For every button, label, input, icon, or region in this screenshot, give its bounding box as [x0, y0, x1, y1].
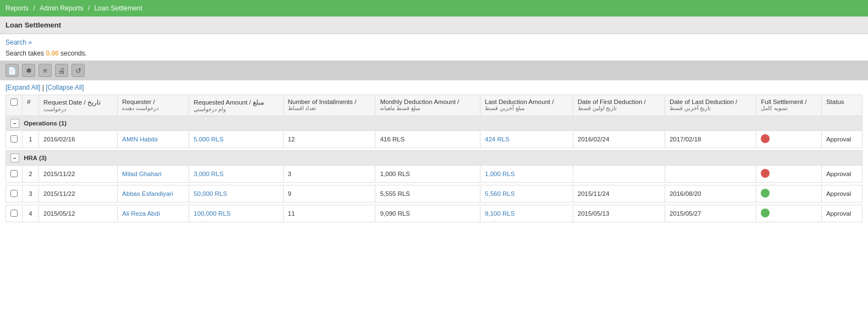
row-full-settlement	[756, 185, 822, 202]
collapse-icon[interactable]: −	[10, 119, 19, 128]
row-requester: Ali Reza Abdi	[118, 205, 189, 222]
table-row: 2 2015/11/22 Milad Ghahari 3,000 RLS 3 1…	[6, 166, 863, 183]
breadcrumb: Reports / Admin Reports / Loan Settlemen…	[0, 0, 868, 17]
row-requested-amount: 3,000 RLS	[189, 166, 283, 183]
row-num: 4	[23, 205, 39, 222]
th-requested-amount: Requested Amount / مبلغ وام درخواستي	[189, 95, 283, 116]
row-monthly-deduction: 9,090 RLS	[375, 205, 480, 222]
row-full-settlement	[756, 166, 822, 183]
search-area: Search »	[0, 34, 868, 48]
th-requester: Requester / درخواست دهنده	[118, 95, 189, 116]
copy-button[interactable]: 📄	[5, 64, 19, 77]
row-full-settlement	[756, 131, 822, 148]
th-status: Status	[821, 95, 862, 116]
row-requester: Abbas Esfandiyari	[118, 185, 189, 202]
row-date-first-deduction: 2016/02/24	[573, 131, 665, 148]
settlement-dot	[761, 169, 770, 178]
group-header-cell: − Operations (1)	[6, 116, 863, 131]
row-date-last-deduction	[665, 166, 756, 183]
th-date-last-deduction: Date of Last Deduction / تاريخ آخرين قسط	[665, 95, 756, 116]
print-button[interactable]: 🖨	[55, 64, 68, 77]
group-name: HRA (3)	[24, 155, 47, 161]
row-num-installments: 12	[283, 131, 375, 148]
row-num-installments: 11	[283, 205, 375, 222]
breadcrumb-current: Loan Settlement	[94, 4, 142, 12]
row-num: 3	[23, 185, 39, 202]
row-status: Approval	[821, 166, 862, 183]
table-row: 3 2015/11/22 Abbas Esfandiyari 50,000 RL…	[6, 185, 863, 202]
settlement-dot	[761, 134, 770, 143]
row-status: Approval	[821, 185, 862, 202]
row-requester: Milad Ghahari	[118, 166, 189, 183]
row-checkbox[interactable]	[10, 170, 18, 177]
row-last-deduction: 1,000 RLS	[480, 166, 573, 183]
breadcrumb-reports[interactable]: Reports	[5, 4, 29, 12]
row-requested-amount: 5,000 RLS	[189, 131, 283, 148]
row-monthly-deduction: 1,000 RLS	[375, 166, 480, 183]
row-date-last-deduction: 2017/02/18	[665, 131, 756, 148]
breadcrumb-admin-reports[interactable]: Admin Reports	[40, 4, 83, 12]
expand-collapse-bar: [Expand All] | [Collapse All]	[5, 80, 863, 95]
row-monthly-deduction: 5,555 RLS	[375, 185, 480, 202]
toolbar: 📄 ✱ ≡ 🖨 ↺	[0, 61, 868, 80]
row-request-date: 2015/11/22	[39, 185, 118, 202]
row-requested-amount: 50,000 RLS	[189, 185, 283, 202]
row-checkbox-cell	[6, 205, 23, 222]
row-date-last-deduction: 2016/08/20	[665, 185, 756, 202]
row-num: 1	[23, 131, 39, 148]
row-last-deduction: 424 RLS	[480, 131, 573, 148]
row-monthly-deduction: 416 RLS	[375, 131, 480, 148]
table-row: 4 2015/05/12 Ali Reza Abdi 100,000 RLS 1…	[6, 205, 863, 222]
data-table: # Request Date / تاريخ درخواست Requester…	[5, 95, 863, 225]
row-last-deduction: 5,560 RLS	[480, 185, 573, 202]
group-header-cell: − HRA (3)	[6, 151, 863, 166]
row-date-last-deduction: 2015/05/27	[665, 205, 756, 222]
row-checkbox-cell	[6, 166, 23, 183]
group-header-row: − HRA (3)	[6, 151, 863, 166]
table-container: [Expand All] | [Collapse All] # Request …	[0, 80, 868, 230]
settlement-dot	[761, 209, 770, 217]
spacer-row	[6, 222, 863, 225]
collapse-icon[interactable]: −	[10, 154, 19, 162]
th-request-date: Request Date / تاريخ درخواست	[39, 95, 118, 116]
row-num: 2	[23, 166, 39, 183]
refresh-button[interactable]: ↺	[71, 64, 85, 77]
th-num-installments: Number of Installments / تعداد اقساط	[283, 95, 375, 116]
row-request-date: 2016/02/16	[39, 131, 118, 148]
row-date-first-deduction: 2015/11/24	[573, 185, 665, 202]
breadcrumb-sep1: /	[33, 4, 37, 12]
row-request-date: 2015/11/22	[39, 166, 118, 183]
th-monthly-deduction: Monthly Deduction Amount / مبلغ قسط ماهي…	[375, 95, 480, 116]
select-all-checkbox[interactable]	[10, 98, 18, 106]
row-last-deduction: 9,100 RLS	[480, 205, 573, 222]
expand-all-link[interactable]: [Expand All]	[5, 84, 40, 91]
row-request-date: 2015/05/12	[39, 205, 118, 222]
th-num: #	[23, 95, 39, 116]
settlement-dot	[761, 189, 770, 198]
group-name: Operations (1)	[24, 120, 67, 127]
row-checkbox[interactable]	[10, 210, 18, 217]
table-row: 1 2016/02/16 AMIN Habibi 5,000 RLS 12 41…	[6, 131, 863, 148]
row-full-settlement	[756, 205, 822, 222]
menu-button[interactable]: ≡	[38, 64, 52, 77]
row-checkbox-cell	[6, 185, 23, 202]
group-header-row: − Operations (1)	[6, 116, 863, 131]
row-requester: AMIN Habibi	[118, 131, 189, 148]
th-date-first-deduction: Date of First Deduction / تاريخ اولين قس…	[573, 95, 665, 116]
th-full-settlement: Full Settlement / تسويه كامل	[756, 95, 822, 116]
th-check	[6, 95, 23, 116]
row-checkbox-cell	[6, 131, 23, 148]
search-link[interactable]: Search »	[5, 39, 32, 46]
breadcrumb-sep2: /	[88, 4, 92, 12]
row-status: Approval	[821, 205, 862, 222]
star-button[interactable]: ✱	[22, 64, 35, 77]
row-checkbox[interactable]	[10, 190, 18, 197]
row-num-installments: 9	[283, 185, 375, 202]
search-time: Search takes 0.06 seconds.	[0, 48, 868, 61]
row-status: Approval	[821, 131, 862, 148]
collapse-all-link[interactable]: [Collapse All]	[46, 84, 84, 91]
row-checkbox[interactable]	[10, 135, 18, 143]
row-date-first-deduction: 2015/05/13	[573, 205, 665, 222]
row-date-first-deduction	[573, 166, 665, 183]
row-requested-amount: 100,000 RLS	[189, 205, 283, 222]
